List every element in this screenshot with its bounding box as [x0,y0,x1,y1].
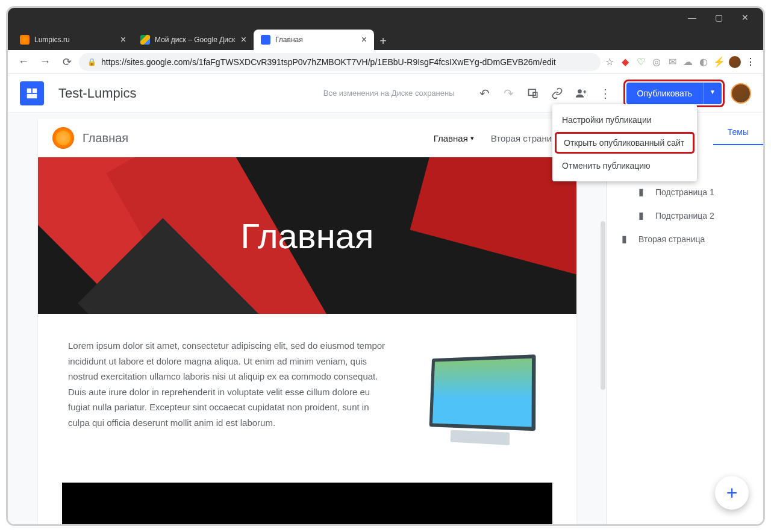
save-status: Все изменения на Диске сохранены [323,89,455,98]
menu-item-publish-settings[interactable]: Настройки публикации [552,109,697,131]
url-text: https://sites.google.com/s/1faFgTWSXDCvR… [101,57,556,67]
publish-dropdown-menu: Настройки публикации Открыть опубликован… [552,104,697,181]
tab-close-icon[interactable]: × [361,34,367,45]
scrollbar-thumb[interactable] [601,221,605,390]
window-titlebar: — ▢ ✕ [8,8,763,27]
site-logo-icon[interactable] [52,127,74,149]
new-tab-button[interactable]: + [374,32,392,50]
window-minimize-button[interactable]: — [679,8,705,27]
embed-block[interactable] [62,483,552,524]
tab-title: Главная [275,36,303,44]
browser-tab[interactable]: Мой диск – Google Диск × [133,30,254,50]
extension-icon[interactable]: ✉ [666,55,679,69]
link-button[interactable] [545,81,569,105]
hero-banner[interactable]: Главная [38,157,576,314]
browser-tab[interactable]: Lumpics.ru × [13,30,133,50]
undo-button[interactable]: ↶ [473,81,497,105]
back-button[interactable]: ← [14,52,33,72]
browser-address-bar: ← → ⟳ 🔒 https://sites.google.com/s/1faFg… [8,50,763,74]
share-button[interactable] [569,81,593,105]
site-page-title[interactable]: Главная [83,131,128,145]
publish-dropdown-button[interactable]: ▼ [703,83,722,104]
extension-icon[interactable]: ♡ [634,55,648,69]
site-nav: Главная Главная ▾ Вторая страница [38,119,576,157]
extension-icon[interactable]: ◆ [619,55,632,69]
user-avatar[interactable] [731,83,751,104]
browser-menu-icon[interactable]: ⋮ [744,55,757,69]
window-maximize-button[interactable]: ▢ [705,8,732,27]
svg-rect-1 [33,88,37,92]
publish-button[interactable]: Опубликовать [626,83,704,104]
profile-avatar-icon[interactable] [728,55,741,69]
lock-icon: 🔒 [87,58,96,66]
favicon-icon [140,35,150,45]
editor-canvas: Главная Главная ▾ Вторая страница Главна… [8,113,607,524]
nav-link[interactable]: Вторая страница [491,133,562,143]
site-title[interactable]: Test-Lumpics [58,86,137,101]
publish-button-highlight: Опубликовать ▼ [623,80,725,107]
menu-item-unpublish[interactable]: Отменить публикацию [552,155,697,177]
body-text[interactable]: Lorem ipsum dolor sit amet, consectetur … [68,338,390,446]
content-block[interactable]: Lorem ipsum dolor sit amet, consectetur … [38,314,576,471]
page-tree-item[interactable]: ▮ Подстраница 2 [617,204,754,227]
preview-button[interactable] [521,81,545,105]
page-icon: ▮ [638,210,649,221]
google-sites-logo-icon[interactable] [20,81,44,105]
chevron-down-icon: ▾ [470,134,474,142]
reload-button[interactable]: ⟳ [57,52,76,72]
extension-icon[interactable]: ☁ [681,55,695,69]
hero-title[interactable]: Главная [241,216,374,256]
tab-title: Lumpics.ru [34,36,70,44]
bookmark-star-icon[interactable]: ☆ [603,55,616,69]
site-preview: Главная Главная ▾ Вторая страница Главна… [38,119,576,524]
extension-icon[interactable]: ⚡ [713,55,726,69]
nav-link-active[interactable]: Главная ▾ [434,133,474,143]
side-tab-themes[interactable]: Темы [713,119,763,145]
url-input[interactable]: 🔒 https://sites.google.com/s/1faFgTWSXDC… [79,53,601,71]
tab-close-icon[interactable]: × [241,34,246,45]
add-page-fab[interactable]: + [715,476,749,510]
favicon-icon [261,35,270,45]
window-close-button[interactable]: ✕ [732,8,758,27]
redo-button[interactable]: ↷ [497,81,521,105]
svg-rect-0 [27,88,31,92]
monitor-illustration-icon [429,354,536,431]
page-tree-item[interactable]: ▮ Подстраница 1 [617,180,754,204]
tab-title: Мой диск – Google Диск [155,36,235,44]
menu-item-open-published[interactable]: Открыть опубликованный сайт [555,132,695,154]
browser-tab-active[interactable]: Главная × [254,30,374,50]
forward-button[interactable]: → [36,52,55,72]
extension-icon[interactable]: ◎ [650,55,663,69]
more-menu-button[interactable]: ⋮ [593,81,617,105]
page-tree-item[interactable]: ▮ Вторая страница [617,227,754,251]
tab-close-icon[interactable]: × [120,34,126,45]
page-icon: ▮ [622,233,632,245]
page-icon: ▮ [638,186,649,198]
svg-point-5 [578,89,582,93]
content-image[interactable] [414,338,546,446]
extension-icon[interactable]: ◐ [697,55,710,69]
browser-tabstrip: Lumpics.ru × Мой диск – Google Диск × Гл… [8,27,763,50]
svg-rect-2 [27,93,37,98]
favicon-icon [20,35,30,45]
